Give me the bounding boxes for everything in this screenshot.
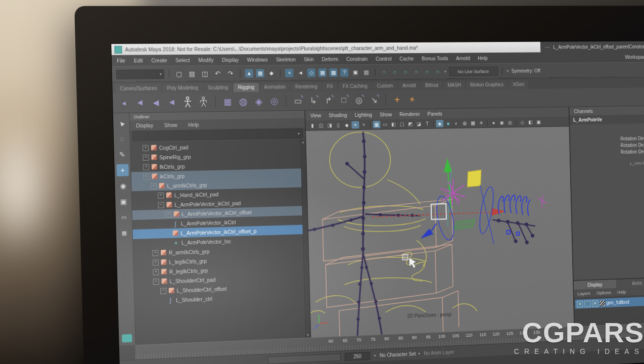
snap-curve-icon[interactable]: ∩ bbox=[391, 68, 399, 76]
channel-attribute[interactable]: Rotation Deco bbox=[570, 149, 644, 156]
chevron-down-icon[interactable]: ▾ bbox=[374, 353, 376, 358]
resolution-gate-icon[interactable]: ◧ bbox=[390, 120, 397, 128]
exposure-icon[interactable]: ▣ bbox=[535, 118, 542, 125]
expand-icon[interactable]: − bbox=[143, 173, 149, 179]
bind-skin-character-icon[interactable] bbox=[197, 95, 209, 109]
paint-select-tool-icon[interactable]: ✎ bbox=[116, 148, 128, 160]
textured-mode-icon[interactable]: ◐ bbox=[452, 119, 460, 127]
tab-display-layers[interactable]: Display bbox=[574, 280, 616, 290]
edit-attribute-icon[interactable]: + bbox=[405, 91, 420, 108]
expand-icon[interactable]: + bbox=[152, 250, 158, 256]
mask-handles-icon[interactable]: + bbox=[285, 68, 294, 77]
shelf-tab-rendering[interactable]: Rendering bbox=[291, 82, 321, 92]
viewport-menu-show[interactable]: Show bbox=[380, 111, 392, 117]
workspace-selector[interactable]: Workspace bbox=[625, 54, 644, 60]
joint-tool-icon[interactable]: ◄ bbox=[118, 96, 130, 110]
shelf-tab-xgen[interactable]: XGen bbox=[509, 80, 529, 89]
insert-joint-icon[interactable]: ◄ bbox=[166, 95, 178, 109]
layers-help-menu[interactable]: Help bbox=[617, 289, 626, 295]
aim-constraint-icon[interactable]: ◎∞ bbox=[353, 93, 365, 107]
expand-icon[interactable]: − bbox=[160, 288, 166, 294]
scale-constraint-icon[interactable]: □∞ bbox=[338, 94, 349, 107]
orient-constraint-icon[interactable]: ↱∞ bbox=[323, 94, 334, 108]
expand-icon[interactable]: + bbox=[143, 154, 149, 160]
mask-curves-icon[interactable]: ◄ bbox=[296, 68, 305, 77]
outliner-menu-display[interactable]: Display bbox=[136, 122, 153, 128]
shelf-tab-rigging[interactable]: Rigging bbox=[234, 83, 259, 92]
layout-four-pane-icon[interactable]: ▦ bbox=[118, 226, 130, 239]
safe-title-icon[interactable]: T bbox=[424, 120, 431, 127]
layers-options-menu[interactable]: Options bbox=[596, 290, 611, 295]
shelf-tab-motion-graphics[interactable]: Motion Graphics bbox=[466, 80, 508, 89]
chevron-down-icon[interactable]: ▾ bbox=[507, 69, 509, 73]
menu-file[interactable]: File bbox=[117, 58, 125, 64]
bookmark-icon[interactable]: ▯ bbox=[334, 121, 342, 129]
expand-icon[interactable]: + bbox=[158, 192, 164, 198]
viewport-menu-shading[interactable]: Shading bbox=[329, 112, 347, 118]
camera-attributes-icon[interactable]: ◨ bbox=[326, 121, 333, 129]
motion-blur-icon[interactable]: ◎ bbox=[507, 119, 514, 126]
layers-menu[interactable]: Layers bbox=[577, 291, 590, 296]
lasso-tool-icon[interactable]: ◌ bbox=[116, 133, 128, 145]
menu-control[interactable]: Control bbox=[376, 56, 392, 62]
save-scene-icon[interactable]: ◫ bbox=[200, 68, 210, 78]
menu-help[interactable]: Help bbox=[478, 55, 488, 61]
menu-constrain[interactable]: Constrain bbox=[346, 56, 367, 62]
menu-display[interactable]: Display bbox=[222, 57, 239, 63]
menu-create[interactable]: Create bbox=[151, 57, 167, 63]
chevron-down-icon[interactable]: ▾ bbox=[444, 69, 446, 74]
ik-handle-icon[interactable]: ◄ bbox=[134, 96, 146, 110]
expand-icon[interactable]: − bbox=[151, 183, 157, 189]
shelf-tab-mash[interactable]: MASH bbox=[443, 81, 465, 90]
mask-rendering-icon[interactable]: ? bbox=[340, 68, 348, 77]
display-layer-row-selected[interactable]: V R geo_fullbod bbox=[575, 296, 644, 308]
viewport-menu-view[interactable]: View bbox=[310, 112, 321, 118]
viewport-menu-panels[interactable]: Panels bbox=[427, 111, 442, 117]
point-constraint-icon[interactable]: ↳∞ bbox=[307, 94, 319, 108]
add-attribute-icon[interactable]: + bbox=[391, 93, 403, 106]
material-mode-icon[interactable]: ◍ bbox=[461, 119, 469, 127]
select-component-icon[interactable]: ◆ bbox=[267, 69, 276, 77]
select-camera-icon[interactable]: ▮ bbox=[308, 121, 316, 129]
film-gate-icon[interactable]: ▭ bbox=[381, 120, 389, 128]
shelf-tab-bifrost[interactable]: Bifrost bbox=[421, 81, 443, 90]
make-live-icon[interactable]: ∩ bbox=[434, 67, 442, 75]
rotate-tool-icon[interactable]: ◉ bbox=[117, 179, 129, 192]
mask-surfaces-icon[interactable]: ◇ bbox=[307, 68, 316, 77]
live-surface-field[interactable]: No Live Surface bbox=[449, 66, 498, 76]
move-tool-icon[interactable]: + bbox=[116, 164, 128, 176]
workspace-dropdown[interactable]: ▾ bbox=[116, 69, 164, 79]
gate-mask-icon[interactable]: ▢ bbox=[398, 120, 406, 128]
expand-icon[interactable]: + bbox=[143, 145, 149, 151]
wrap-deformer-icon[interactable]: ◎ bbox=[268, 94, 281, 108]
shelf-tab-custom[interactable]: Custom bbox=[373, 81, 397, 90]
shelf-tab-animation[interactable]: Animation bbox=[260, 82, 290, 92]
wireframe-mode-icon[interactable]: ◈ bbox=[436, 120, 443, 127]
channel-attribute[interactable]: Rotation Deco bbox=[570, 135, 644, 142]
skeleton-character-icon[interactable] bbox=[181, 95, 194, 109]
select-hierarchy-icon[interactable]: ▲ bbox=[245, 69, 254, 77]
menu-skeleton[interactable]: Skeleton bbox=[276, 56, 296, 62]
lattice-icon[interactable]: ◈ bbox=[253, 95, 265, 109]
perspective-viewport[interactable]: View Shading Lighting Show Renderer Pane… bbox=[305, 107, 575, 338]
select-object-icon[interactable]: ▦ bbox=[256, 69, 265, 77]
character-set-dropdown[interactable]: No Character Set ▾ bbox=[380, 351, 420, 358]
blue-arrow-control[interactable] bbox=[420, 223, 437, 239]
redo-icon[interactable]: ↷ bbox=[225, 68, 236, 78]
outliner-menu-show[interactable]: Show bbox=[164, 122, 177, 128]
expand-icon[interactable]: + bbox=[143, 164, 149, 170]
mask-deformers-icon[interactable]: ▦ bbox=[318, 68, 327, 77]
layer-playback-toggle[interactable] bbox=[584, 300, 591, 307]
animation-end-field[interactable]: 250 bbox=[344, 351, 370, 361]
parent-constraint-icon[interactable]: ▭∞ bbox=[292, 94, 304, 108]
xray-icon[interactable]: ◧ bbox=[527, 118, 534, 125]
shelf-tab-arnold[interactable]: Arnold bbox=[398, 81, 420, 90]
layout-single-pane-icon[interactable]: ▭ bbox=[118, 211, 130, 223]
pan-zoom-tool-icon[interactable]: + bbox=[351, 121, 359, 128]
hand-control-curves[interactable] bbox=[476, 183, 547, 244]
channel-box-menu[interactable]: Channels bbox=[569, 106, 644, 115]
menu-deform[interactable]: Deform bbox=[321, 56, 338, 62]
shelf-tab-curves-surfaces[interactable]: Curves/Surfaces bbox=[115, 84, 161, 94]
menu-cache[interactable]: Cache bbox=[399, 56, 413, 62]
isolate-select-icon[interactable]: ◇ bbox=[519, 118, 526, 125]
